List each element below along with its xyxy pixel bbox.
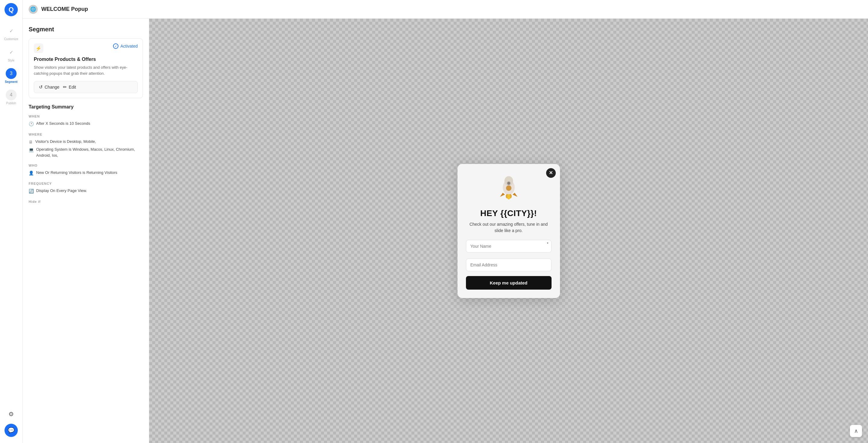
- targeting-title: Targeting Summary: [29, 104, 143, 110]
- segment-step-icon: 3: [6, 68, 17, 79]
- monitor-icon: 💻: [29, 147, 34, 153]
- settings-button[interactable]: ⚙: [4, 407, 18, 421]
- svg-marker-2: [500, 193, 505, 197]
- svg-point-7: [507, 182, 510, 184]
- email-input[interactable]: [466, 259, 552, 271]
- edit-button[interactable]: ✏ Edit: [63, 84, 76, 90]
- activated-label: Activated: [120, 44, 138, 49]
- chat-button[interactable]: 💬: [4, 424, 18, 437]
- app-logo[interactable]: Q: [4, 3, 18, 16]
- style-icon: ✓: [6, 47, 17, 58]
- page-title: WELCOME Popup: [41, 6, 88, 12]
- target-item-who-0: 👤 New Or Returning Visitors is Returning…: [29, 170, 143, 176]
- card-actions: ↺ Change ✏ Edit: [34, 81, 138, 93]
- sidebar-item-segment[interactable]: 3 Segment: [0, 65, 22, 87]
- hide-if-label: Hide if: [29, 200, 143, 203]
- customize-icon: ✓: [6, 25, 17, 36]
- left-panel: Segment ⚡ ✓ Activated Promote Products &…: [23, 19, 149, 443]
- sidebar-label-publish: Publish: [6, 101, 16, 105]
- target-item-where-0: 🖥 Visitor's Device is Desktop, Mobile,: [29, 138, 143, 145]
- card-description: Show visitors your latest products and o…: [34, 64, 138, 76]
- person-icon: 👤: [29, 170, 34, 176]
- target-item-frequency-0: 🔄 Display On Every Page View.: [29, 188, 143, 194]
- popup-headline: HEY {{CITY}}!: [480, 209, 537, 218]
- popup-subtext: Check out our amazing offers, tune in an…: [466, 221, 552, 234]
- device-icon: 🖥: [29, 139, 33, 145]
- content-area: Segment ⚡ ✓ Activated Promote Products &…: [23, 19, 868, 443]
- submit-button[interactable]: Keep me updated: [466, 276, 552, 290]
- activated-check-icon: ✓: [113, 43, 119, 49]
- target-section-when: WHEN 🕐 After X Seconds is 10 Seconds: [29, 115, 143, 127]
- sidebar-bottom: ⚙ 💬: [4, 407, 18, 443]
- sidebar-label-style: Style: [8, 59, 14, 62]
- panel-title: Segment: [29, 26, 143, 33]
- who-label: WHO: [29, 164, 143, 167]
- edit-icon: ✏: [63, 84, 67, 90]
- target-section-frequency: FREQUENCY 🔄 Display On Every Page View.: [29, 182, 143, 194]
- target-section-who: WHO 👤 New Or Returning Visitors is Retur…: [29, 164, 143, 176]
- sidebar-label-customize: Customize: [4, 37, 18, 41]
- change-icon: ↺: [39, 84, 43, 90]
- change-button[interactable]: ↺ Change: [39, 84, 59, 90]
- clock-icon: 🕐: [29, 121, 34, 127]
- svg-point-10: [507, 194, 510, 199]
- preview-area: ✕: [149, 19, 868, 443]
- rocket-illustration: [494, 173, 524, 204]
- when-label: WHEN: [29, 115, 143, 118]
- name-input-wrapper: *: [466, 240, 552, 256]
- svg-marker-3: [513, 193, 517, 197]
- globe-icon: 🌐: [29, 5, 38, 14]
- target-section-where: WHERE 🖥 Visitor's Device is Desktop, Mob…: [29, 133, 143, 158]
- scroll-up-button[interactable]: ∧: [850, 425, 862, 437]
- svg-point-5: [507, 186, 510, 190]
- popup-close-button[interactable]: ✕: [546, 168, 556, 178]
- sidebar: Q ✓ Customize ✓ Style 3 Segment 4 Publis…: [0, 0, 23, 443]
- segment-card: ⚡ ✓ Activated Promote Products & Offers …: [29, 38, 143, 98]
- name-input[interactable]: [466, 240, 552, 253]
- repeat-icon: 🔄: [29, 188, 34, 194]
- sidebar-item-style[interactable]: ✓ Style: [0, 44, 22, 65]
- frequency-label: FREQUENCY: [29, 182, 143, 185]
- publish-step-icon: 4: [6, 90, 17, 100]
- target-item-when-0: 🕐 After X Seconds is 10 Seconds: [29, 121, 143, 127]
- sidebar-item-customize[interactable]: ✓ Customize: [0, 22, 22, 44]
- activated-badge: ✓ Activated: [113, 43, 138, 49]
- card-header: ⚡ ✓ Activated: [34, 43, 138, 53]
- main-container: 🌐 WELCOME Popup Segment ⚡ ✓ Activated Pr…: [23, 0, 868, 443]
- card-title: Promote Products & Offers: [34, 57, 138, 62]
- target-section-hide-if: Hide if: [29, 200, 143, 203]
- target-item-where-1: 💻 Operating System is Windows, Macos, Li…: [29, 147, 143, 158]
- top-bar: 🌐 WELCOME Popup: [23, 0, 868, 19]
- required-star: *: [547, 242, 549, 246]
- sidebar-item-publish[interactable]: 4 Publish: [0, 87, 22, 108]
- popup-modal: ✕: [458, 164, 560, 298]
- lightning-icon: ⚡: [34, 43, 43, 53]
- targeting-summary: Targeting Summary WHEN 🕐 After X Seconds…: [29, 104, 143, 203]
- sidebar-label-segment: Segment: [5, 80, 18, 84]
- where-label: WHERE: [29, 133, 143, 136]
